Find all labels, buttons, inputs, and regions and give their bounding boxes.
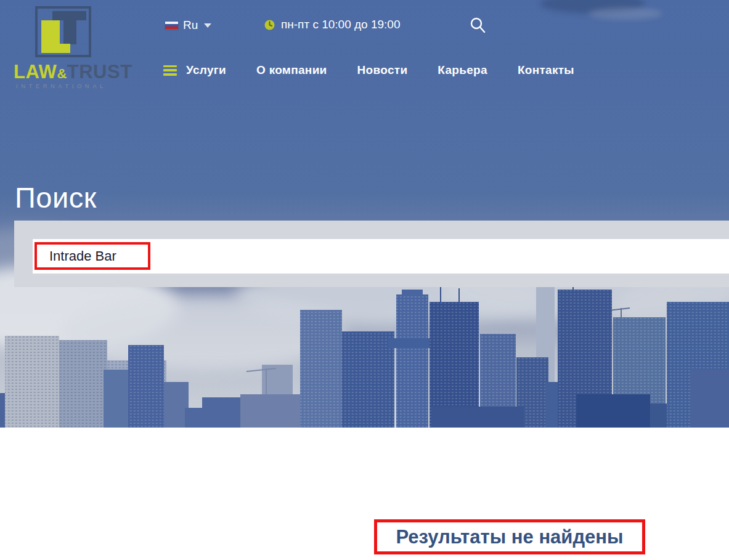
annotation-box-search-query bbox=[35, 242, 150, 270]
logo[interactable]: & bbox=[35, 6, 91, 57]
nav-label: Новости bbox=[357, 63, 408, 77]
logo-letter-l-shape bbox=[41, 44, 70, 53]
nav-label: Карьера bbox=[438, 63, 487, 77]
working-hours: пн-пт с 10:00 до 19:00 bbox=[264, 18, 400, 31]
hamburger-menu-icon bbox=[163, 65, 177, 76]
logo-ampersand: & bbox=[52, 25, 60, 38]
nav-item-career[interactable]: Карьера bbox=[438, 63, 487, 77]
logo-letter-t-shape bbox=[63, 11, 76, 44]
wordmark-trust: TRUST bbox=[67, 61, 132, 83]
brand-tagline: INTERNATIONAL bbox=[16, 83, 107, 89]
nav-label: Контакты bbox=[518, 63, 574, 77]
language-selector[interactable]: Ru bbox=[165, 18, 211, 32]
nav-label: О компании bbox=[256, 63, 327, 77]
hero-banner: & LAW&TRUST INTERNATIONAL Ru пн-пт с 10:… bbox=[0, 0, 729, 428]
nav-item-services[interactable]: Услуги bbox=[163, 63, 226, 77]
annotation-box-results: Результаты не найдены bbox=[374, 519, 645, 554]
main-nav: Услуги О компании Новости Карьера Контак… bbox=[163, 63, 574, 77]
language-label: Ru bbox=[183, 18, 198, 32]
header-search-button[interactable] bbox=[469, 17, 486, 34]
nav-item-contacts[interactable]: Контакты bbox=[518, 63, 574, 77]
nav-item-news[interactable]: Новости bbox=[357, 63, 408, 77]
nav-label: Услуги bbox=[186, 63, 226, 77]
wordmark-law: LAW bbox=[14, 61, 57, 83]
search-panel: Intrade Bar bbox=[14, 221, 729, 287]
brand-wordmark[interactable]: LAW&TRUST bbox=[14, 61, 132, 83]
no-results-message: Результаты не найдены bbox=[396, 526, 623, 548]
nav-item-about[interactable]: О компании bbox=[256, 63, 327, 77]
russian-flag-icon bbox=[165, 22, 178, 30]
wordmark-amp: & bbox=[57, 66, 67, 81]
clock-icon bbox=[264, 20, 275, 30]
working-hours-label: пн-пт с 10:00 до 19:00 bbox=[281, 18, 400, 31]
caret-down-icon bbox=[204, 23, 211, 28]
search-icon bbox=[469, 17, 486, 34]
page: & LAW&TRUST INTERNATIONAL Ru пн-пт с 10:… bbox=[0, 0, 729, 560]
page-title: Поиск bbox=[15, 181, 97, 214]
